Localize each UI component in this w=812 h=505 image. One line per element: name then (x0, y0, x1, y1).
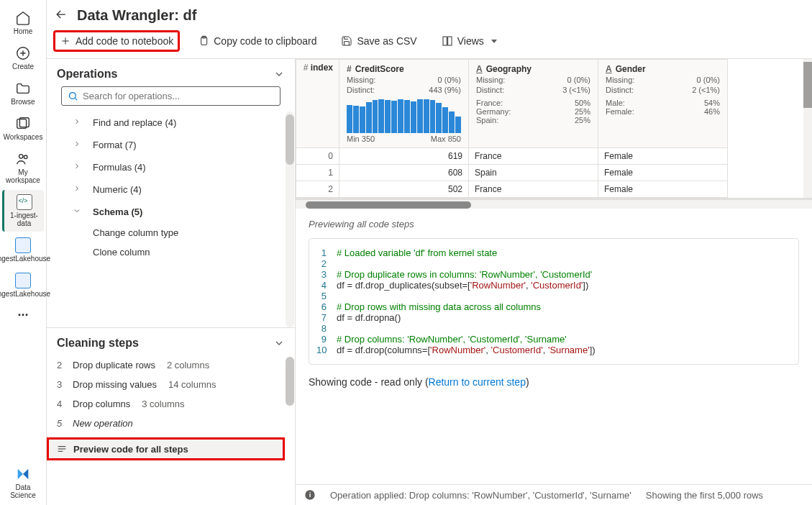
code-line: 1# Loaded variable 'df' from kernel stat… (316, 247, 791, 258)
chevron-down-icon[interactable] (273, 337, 285, 349)
operation-subitem[interactable]: Clone column (68, 242, 289, 262)
chevron-right-icon (73, 162, 83, 173)
data-science-button[interactable]: Data Science (2, 462, 44, 504)
operation-subitem[interactable]: Change column type (68, 223, 289, 242)
leftbar-label: 1-ingest-data (4, 211, 44, 227)
content: Operations Find and replace (4)Format (7… (47, 58, 812, 505)
return-link[interactable]: Return to current step (429, 376, 526, 388)
leftbar-label: IngestLakehouse (0, 255, 50, 263)
line-number: 10 (316, 345, 337, 355)
leftbar-item-ingestlakehouse[interactable]: IngestLakehouse (2, 233, 44, 267)
leftbar-label: Create (12, 63, 34, 70)
cell-index: 2 (296, 181, 339, 198)
line-number: 9 (316, 334, 337, 345)
operations-list: Find and replace (4)Format (7)Formulas (… (47, 112, 295, 327)
column-header[interactable]: # index (296, 60, 339, 148)
chevron-right-icon (73, 206, 83, 217)
table-row[interactable]: 0619FranceFemale (296, 148, 728, 165)
copy-code-button[interactable]: Copy code to clipboard (192, 31, 322, 51)
preview-all-steps-button[interactable]: Preview code for all steps (47, 437, 285, 460)
line-number: 8 (316, 323, 337, 334)
operation-item[interactable]: Schema (5) (68, 201, 289, 223)
add-code-label: Add code to notebook (76, 35, 173, 47)
table-row[interactable]: 2502FranceFemale (296, 181, 728, 198)
svg-line-10 (75, 98, 77, 100)
step-label: Drop duplicate rows (73, 360, 155, 370)
table-row[interactable]: 1608SpainFemale (296, 165, 728, 181)
leftbar-item-my-workspace[interactable]: My workspace (2, 147, 44, 188)
code-line: 6# Drop rows with missing data across al… (316, 301, 791, 312)
add-code-button[interactable]: Add code to notebook (54, 31, 179, 51)
cell: 502 (339, 181, 469, 198)
cell: Female (598, 148, 728, 165)
operation-label: Numeric (4) (93, 184, 142, 195)
cell: 619 (339, 148, 469, 165)
vertical-scrollbar[interactable] (803, 59, 812, 198)
leftbar-item-browse[interactable]: Browse (2, 76, 44, 110)
more-button[interactable]: ··· (2, 304, 44, 327)
horizontal-scrollbar[interactable] (296, 199, 812, 209)
steps-title: Cleaning steps (57, 337, 139, 350)
chevron-right-icon (73, 184, 83, 195)
svg-point-3 (19, 155, 24, 159)
step-item[interactable]: 2Drop duplicate rows2 columns (47, 355, 285, 375)
main-area: Data Wrangler: df Add code to notebook C… (47, 0, 812, 505)
svg-point-9 (70, 93, 76, 99)
operation-item[interactable]: Format (7) (68, 134, 289, 156)
views-icon (442, 35, 453, 47)
step-label: Drop missing values (73, 379, 157, 390)
data-table: # index# CreditScoreMissing:0 (0%)Distin… (296, 59, 728, 198)
leftbar-item-workspaces[interactable]: Workspaces (2, 112, 44, 145)
search-input-wrap[interactable] (61, 86, 280, 106)
cell-index: 0 (296, 148, 339, 165)
column-header[interactable]: A GenderMissing:0 (0%)Distinct:2 (<1%)Ma… (598, 60, 728, 148)
scrollbar-thumb[interactable] (286, 357, 294, 406)
step-meta: 3 columns (142, 399, 184, 409)
cell: Spain (469, 165, 598, 181)
table-wrap[interactable]: # index# CreditScoreMissing:0 (0%)Distin… (296, 59, 812, 199)
leftbar-item-1-ingest-data[interactable]: 1-ingest-data (2, 190, 44, 232)
views-button[interactable]: Views (436, 31, 503, 51)
line-number: 3 (316, 269, 337, 280)
step-number: 3 (57, 379, 65, 390)
step-item[interactable]: 3Drop missing values14 columns (47, 375, 285, 394)
data-science-label: Data Science (2, 483, 44, 499)
operation-item[interactable]: Find and replace (4) (68, 112, 289, 134)
type-icon: # (347, 64, 352, 74)
code-area: Previewing all code steps 1# Loaded vari… (296, 209, 812, 484)
code-preview-icon (56, 443, 68, 455)
operation-label: Schema (5) (93, 206, 142, 217)
toolbar: Add code to notebook Copy code to clipbo… (47, 28, 812, 58)
column-header[interactable]: A GeographyMissing:0 (0%)Distinct:3 (<1%… (469, 60, 598, 148)
chevron-down-icon[interactable] (273, 68, 285, 80)
arrow-left-icon (54, 7, 68, 22)
search-input[interactable] (83, 91, 274, 101)
code-line: 4df = df.drop_duplicates(subset=['RowNum… (316, 280, 791, 291)
leftbar-item-create[interactable]: Create (2, 41, 44, 75)
home-icon (15, 10, 31, 26)
operation-item[interactable]: Formulas (4) (68, 156, 289, 178)
lakehouse-icon (15, 237, 31, 253)
save-csv-button[interactable]: Save as CSV (335, 31, 422, 51)
code-title: Previewing all code steps (309, 219, 799, 229)
people-icon (15, 151, 31, 167)
leftbar-label: Browse (11, 98, 35, 106)
step-item[interactable]: 5New operation (47, 414, 285, 433)
svg-rect-7 (443, 37, 447, 45)
scrollbar-thumb[interactable] (286, 114, 294, 165)
cell: 608 (339, 165, 469, 181)
column-header[interactable]: # CreditScoreMissing:0 (0%)Distinct:443 … (339, 60, 469, 148)
leftbar-label: Workspaces (4, 133, 43, 141)
step-label: New operation (73, 418, 133, 429)
back-button[interactable] (54, 7, 68, 24)
histogram (347, 99, 461, 133)
code-line: 3# Drop duplicate rows in columns: 'RowN… (316, 269, 791, 280)
operation-item[interactable]: Numeric (4) (68, 178, 289, 201)
leftbar-item-home[interactable]: Home (2, 6, 44, 40)
operations-panel: Operations Find and replace (4)Format (7… (47, 59, 296, 505)
leftbar-item-ingestlakehouse[interactable]: IngestLakehouse (2, 268, 44, 302)
step-item[interactable]: 4Drop columns3 columns (47, 394, 285, 414)
cell: Female (598, 181, 728, 198)
operations-header: Operations (47, 59, 295, 86)
left-sidebar: HomeCreateBrowseWorkspacesMy workspace1-… (0, 0, 47, 505)
